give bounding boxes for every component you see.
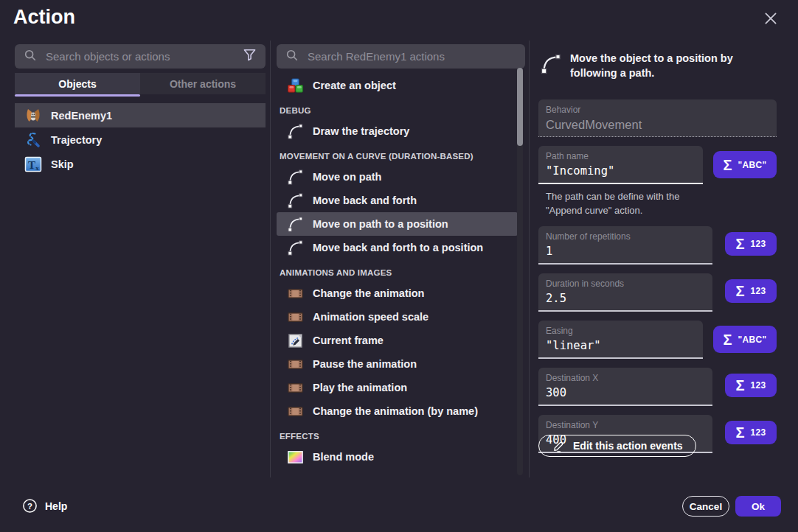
search-icon (24, 49, 37, 65)
object-item[interactable]: TxSkip (15, 152, 266, 176)
create-object-icon (287, 77, 304, 94)
expression-editor-button[interactable]: Σ123 (725, 279, 777, 303)
expression-editor-button[interactable]: Σ"ABC" (713, 151, 777, 178)
film-strip-icon (287, 356, 304, 373)
expression-editor-button[interactable]: Σ123 (725, 232, 777, 256)
action-description-text: Move the object to a position by followi… (570, 52, 777, 80)
expression-type-label: 123 (751, 427, 766, 438)
actions-scrollbar-thumb[interactable] (517, 68, 523, 146)
objects-list: RedEnemy1TrajectoryTxSkip (15, 103, 266, 176)
field-row-easing: Easing"linear"Σ"ABC" (538, 321, 777, 359)
film-strip-icon (287, 309, 304, 326)
cancel-button[interactable]: Cancel (682, 496, 729, 517)
tab-other-actions[interactable]: Other actions (140, 73, 266, 94)
field-value[interactable]: 2.5 (546, 291, 705, 307)
page-title: Action (13, 6, 75, 29)
action-item[interactable]: Blend mode (277, 445, 518, 469)
svg-text:?: ? (27, 502, 32, 511)
section-header: ANIMATIONS AND IMAGES (277, 266, 518, 280)
field-path-name[interactable]: Path name"Incoming" (538, 146, 703, 184)
actions-scrollbar-track[interactable] (517, 68, 523, 475)
field-value[interactable]: 1 (546, 244, 705, 259)
object-item[interactable]: Trajectory (15, 127, 266, 152)
action-item-label: Move on path to a position (313, 218, 448, 230)
sigma-icon: Σ (736, 425, 745, 440)
red-enemy-sprite-icon (24, 107, 42, 125)
objects-search-input[interactable] (44, 49, 235, 63)
trajectory-object-icon (24, 131, 42, 149)
field-label: Path name (546, 151, 695, 161)
action-item-label: Move back and forth (313, 195, 417, 206)
action-item[interactable]: Create an object (277, 74, 518, 97)
object-item[interactable]: RedEnemy1 (15, 103, 266, 127)
curve-icon (287, 123, 304, 140)
sigma-icon: Σ (736, 237, 745, 251)
action-item[interactable]: Move on path to a position (277, 212, 518, 236)
ok-button[interactable]: Ok (735, 496, 781, 517)
action-item-label: Draw the trajectory (313, 125, 409, 137)
film-strip-icon (287, 403, 304, 420)
actions-search-input[interactable] (306, 49, 516, 63)
actions-search-box[interactable] (277, 44, 525, 69)
curve-icon (287, 169, 304, 186)
tab-selected-underline (15, 94, 140, 97)
action-item[interactable]: Play the animation (277, 376, 518, 399)
divider-left-middle (270, 41, 271, 477)
field-label: Destination X (546, 373, 705, 383)
field-number-of-repetitions[interactable]: Number of repetitions1 (538, 226, 712, 265)
sigma-icon: Σ (724, 158, 732, 172)
expression-type-label: "ABC" (738, 335, 767, 345)
text-object-icon: Tx (24, 155, 42, 173)
action-item-label: Create an object (313, 80, 396, 91)
filter-icon[interactable] (243, 48, 257, 65)
tab-objects[interactable]: Objects (15, 73, 140, 94)
action-item[interactable]: Move back and forth (277, 189, 518, 212)
action-item[interactable]: Move back and forth to a position (277, 236, 518, 259)
field-value[interactable]: "Incoming" (546, 164, 695, 179)
tab-objects-label: Objects (58, 78, 96, 90)
field-behavior: BehaviorCurvedMovement (538, 99, 777, 137)
svg-text:x: x (35, 164, 39, 171)
expression-editor-button[interactable]: Σ123 (725, 374, 777, 397)
field-value[interactable]: 300 (546, 385, 705, 401)
help-label: Help (45, 500, 67, 512)
action-item[interactable]: Pause the animation (277, 352, 518, 376)
action-item[interactable]: Change the animation (277, 281, 518, 305)
field-row-destination-x: Destination X300Σ123 (538, 368, 777, 406)
expression-type-label: "ABC" (738, 160, 767, 170)
field-value[interactable]: "linear" (546, 338, 695, 354)
field-value: CurvedMovement (546, 117, 769, 133)
object-item-label: Trajectory (51, 134, 102, 146)
blend-mode-icon (287, 449, 304, 466)
action-item-label: Move on path (313, 171, 381, 183)
field-row-duration-in-seconds: Duration in seconds2.5Σ123 (538, 273, 777, 312)
help-button[interactable]: ? Help (22, 498, 67, 514)
close-button[interactable] (760, 9, 782, 31)
action-item[interactable]: Current frame (277, 329, 518, 352)
field-label: Easing (546, 326, 695, 336)
expression-type-label: 123 (751, 239, 766, 249)
action-item-label: Change the animation (by name) (313, 405, 478, 417)
field-easing[interactable]: Easing"linear" (538, 321, 703, 359)
section-header: MOVEMENT ON A CURVE (DURATION-BASED) (277, 150, 518, 164)
field-destination-x[interactable]: Destination X300 (538, 368, 712, 406)
action-item[interactable]: Draw the trajectory (277, 119, 518, 143)
action-item[interactable]: Change the animation (by name) (277, 399, 518, 423)
action-item[interactable]: Animation speed scale (277, 305, 518, 329)
field-row-path-name: Path name"Incoming"The path can be defin… (538, 146, 777, 217)
expression-editor-button[interactable]: Σ"ABC" (713, 326, 777, 353)
action-item-label: Pause the animation (313, 358, 417, 370)
expression-type-label: 123 (751, 380, 766, 391)
objects-search-box[interactable] (15, 44, 266, 69)
action-item-label: Move back and forth to a position (313, 242, 483, 253)
field-duration-in-seconds[interactable]: Duration in seconds2.5 (538, 273, 712, 312)
expression-editor-button[interactable]: Σ123 (725, 421, 777, 444)
action-item-label: Blend mode (313, 451, 374, 463)
curve-icon (287, 216, 304, 233)
edit-action-events-button[interactable]: Edit this action events (538, 435, 696, 457)
expression-type-label: 123 (751, 286, 766, 296)
edit-action-events-label: Edit this action events (573, 440, 683, 452)
field-label: Destination Y (546, 420, 705, 430)
curve-icon (287, 239, 304, 256)
action-item[interactable]: Move on path (277, 165, 518, 189)
